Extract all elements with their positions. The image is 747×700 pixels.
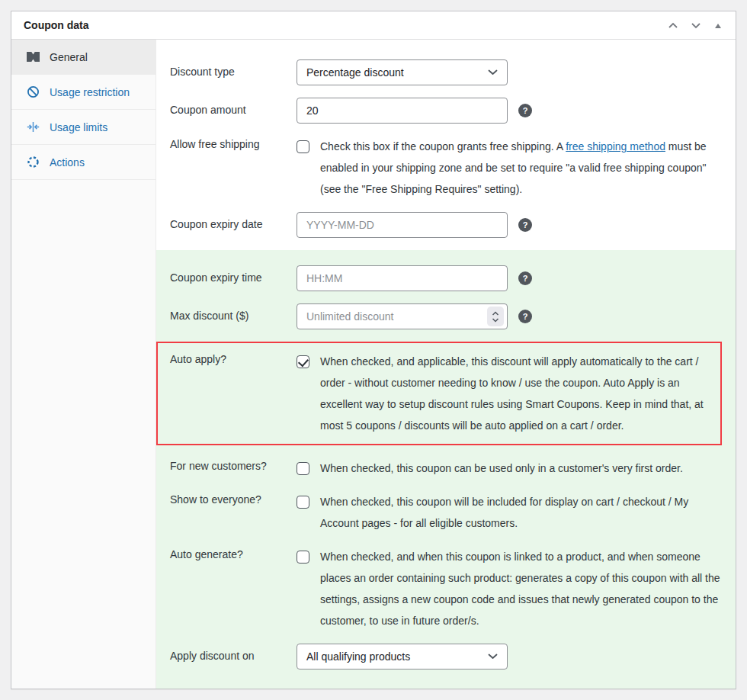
- free-shipping-checkbox[interactable]: [297, 140, 309, 153]
- expiry-time-input[interactable]: [297, 265, 508, 291]
- chevron-up-icon: [668, 20, 678, 31]
- max-discount-input[interactable]: [297, 303, 508, 329]
- field-label: Apply discount on: [170, 644, 297, 669]
- panel-title: Coupon data: [24, 19, 89, 31]
- tab-label: Usage restriction: [50, 86, 130, 98]
- coupon-amount-input[interactable]: [297, 98, 508, 124]
- tab-label: Usage limits: [50, 121, 107, 133]
- panel-body: General Usage restriction: [11, 40, 736, 689]
- field-label: Auto generate?: [170, 546, 297, 631]
- tab-label: Actions: [50, 156, 85, 169]
- toggle-panel-button[interactable]: [710, 19, 726, 32]
- field-label: Coupon expiry date: [170, 212, 297, 238]
- field-description: When checked, this coupon will be includ…: [320, 491, 736, 534]
- move-up-button[interactable]: [664, 19, 682, 32]
- tab-actions[interactable]: Actions: [11, 145, 155, 180]
- field-label: Discount type: [170, 59, 297, 85]
- coupon-data-tabs: General Usage restriction: [11, 40, 156, 689]
- field-label: Coupon amount: [170, 98, 297, 124]
- tab-general[interactable]: General: [11, 40, 155, 75]
- new-customers-checkbox[interactable]: [297, 462, 309, 475]
- help-icon[interactable]: ?: [518, 310, 532, 323]
- panel-handle-actions: [664, 19, 726, 32]
- field-label: Coupon expiry time: [170, 265, 297, 291]
- field-description: When checked, and when this coupon is li…: [320, 546, 736, 631]
- free-shipping-method-link[interactable]: free shipping method: [566, 140, 665, 153]
- field-label: Auto apply?: [170, 351, 297, 436]
- field-description: When checked, this coupon can be used on…: [320, 458, 691, 479]
- panel-header: Coupon data: [11, 11, 736, 40]
- auto-generate-checkbox[interactable]: [297, 551, 309, 564]
- select-value: All qualifying products: [306, 650, 410, 663]
- apply-discount-on-select[interactable]: All qualifying products: [297, 644, 508, 669]
- field-label: Allow free shipping: [170, 136, 297, 200]
- field-label: For new customers?: [170, 458, 297, 479]
- coupon-data-panel: Coupon data: [11, 11, 736, 689]
- field-row-auto-apply-highlighted: Auto apply? When checked, and applicable…: [156, 342, 722, 445]
- ticket-icon: [27, 52, 40, 62]
- auto-apply-checkbox[interactable]: [297, 355, 309, 368]
- field-label: Max discount ($): [170, 303, 297, 329]
- field-row-expiry-date: Coupon expiry date ?: [156, 212, 736, 238]
- tab-usage-restriction[interactable]: Usage restriction: [11, 75, 155, 110]
- field-row-coupon-amount: Coupon amount ?: [156, 98, 736, 124]
- field-label: Show to everyone?: [170, 491, 297, 534]
- admin-page: Coupon data: [0, 0, 747, 700]
- compress-arrows-icon: [27, 120, 40, 133]
- chevron-down-icon: [488, 653, 498, 660]
- dashed-circle-icon: [27, 156, 40, 169]
- field-row-expiry-time: Coupon expiry time ?: [156, 265, 736, 291]
- field-description: When checked, and applicable, this disco…: [320, 351, 720, 436]
- field-row-max-discount: Max discount ($) ?: [156, 303, 736, 329]
- move-down-button[interactable]: [687, 19, 705, 32]
- expiry-date-input[interactable]: [297, 212, 508, 238]
- general-fields-section: Discount type Percentage discount Coupon: [156, 40, 736, 250]
- show-everyone-checkbox[interactable]: [297, 496, 309, 509]
- tab-panel-general: Discount type Percentage discount Coupon: [156, 40, 736, 689]
- triangle-up-icon: [713, 20, 723, 31]
- field-row-free-shipping: Allow free shipping Check this box if th…: [156, 136, 736, 200]
- field-row-apply-discount-on: Apply discount on All qualifying product…: [156, 644, 736, 669]
- chevron-down-icon: [691, 20, 701, 31]
- field-row-auto-generate: Auto generate? When checked, and when th…: [156, 546, 736, 631]
- chevron-down-icon: [488, 69, 498, 75]
- description-text: Check this box if the coupon grants free…: [320, 140, 566, 153]
- number-stepper[interactable]: [487, 307, 504, 326]
- select-value: Percentage discount: [306, 66, 404, 79]
- smart-coupons-fields-section: Coupon expiry time ? Max discount ($): [156, 250, 736, 689]
- help-icon[interactable]: ?: [518, 104, 532, 117]
- field-description: Check this box if the coupon grants free…: [320, 136, 736, 200]
- tab-usage-limits[interactable]: Usage limits: [11, 110, 155, 145]
- help-icon[interactable]: ?: [518, 218, 532, 232]
- field-row-new-customers: For new customers? When checked, this co…: [156, 458, 736, 479]
- field-row-show-everyone: Show to everyone? When checked, this cou…: [156, 491, 736, 534]
- tab-label: General: [50, 51, 88, 63]
- no-entry-icon: [27, 85, 40, 98]
- help-icon[interactable]: ?: [518, 271, 532, 285]
- field-row-discount-type: Discount type Percentage discount: [156, 59, 736, 85]
- discount-type-select[interactable]: Percentage discount: [297, 59, 508, 85]
